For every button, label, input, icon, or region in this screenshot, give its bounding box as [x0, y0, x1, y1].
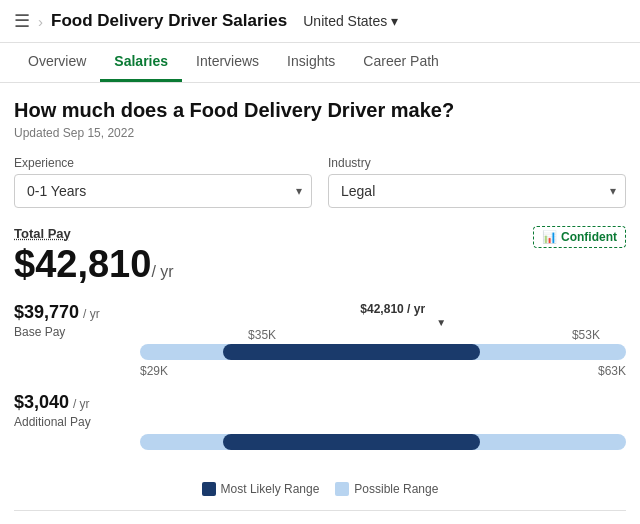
industry-filter: Industry Legal Technology Finance Health… — [328, 156, 626, 208]
base-pay-unit: / yr — [83, 307, 100, 321]
section-divider — [14, 510, 626, 511]
tab-overview[interactable]: Overview — [14, 43, 100, 82]
main-content: How much does a Food Delivery Driver mak… — [0, 83, 640, 524]
tab-interviews[interactable]: Interviews — [182, 43, 273, 82]
base-pay-amount: $39,770 — [14, 302, 79, 322]
tab-salaries[interactable]: Salaries — [100, 43, 182, 82]
additional-pay-amount: $3,040 — [14, 392, 69, 412]
possible-legend: Possible Range — [335, 482, 438, 496]
industry-select-wrapper: Legal Technology Finance Healthcare ▾ — [328, 174, 626, 208]
additional-pay-unit: / yr — [73, 397, 90, 411]
header-chevron: › — [38, 13, 43, 30]
base-pay-info: $39,770 / yr Base Pay — [14, 302, 124, 339]
additional-most-likely-bar — [223, 434, 481, 450]
range-bottom-right: $63K — [598, 364, 626, 378]
industry-label: Industry — [328, 156, 626, 170]
total-salary-display: Total Pay $42,810/ yr — [14, 226, 174, 286]
total-salary-unit: / yr — [151, 263, 173, 280]
location-selector[interactable]: United States ▾ — [303, 13, 398, 29]
median-arrow-icon: ▼ — [436, 317, 446, 328]
confident-chart-icon: 📊 — [542, 230, 557, 244]
median-label: $42,810 / yr — [360, 302, 425, 316]
industry-select[interactable]: Legal Technology Finance Healthcare — [328, 174, 626, 208]
most-likely-legend-label: Most Likely Range — [221, 482, 320, 496]
most-likely-legend: Most Likely Range — [202, 482, 320, 496]
page-heading: How much does a Food Delivery Driver mak… — [14, 99, 626, 122]
experience-select[interactable]: 0-1 Years 2-4 Years 5-7 Years 8+ Years — [14, 174, 312, 208]
chart-legend: Most Likely Range Possible Range — [14, 482, 626, 496]
header: ☰ › Food Delivery Driver Salaries United… — [0, 0, 640, 43]
range-top-right: $53K — [572, 328, 600, 342]
top-range-labels: $35K $53K — [140, 328, 626, 342]
additional-pay-label: Additional Pay — [14, 415, 124, 429]
confident-label: Confident — [561, 230, 617, 244]
range-top-left: $35K — [248, 328, 276, 342]
menu-icon[interactable]: ☰ — [14, 10, 30, 32]
base-pay-label: Base Pay — [14, 325, 124, 339]
additional-pay-row: $3,040 / yr Additional Pay $35K$53K $29K… — [14, 392, 626, 468]
location-arrow-icon: ▾ — [391, 13, 398, 29]
total-salary-value: $42,810 — [14, 243, 151, 285]
bottom-range-labels: $29K $63K — [140, 364, 626, 378]
additional-pay-info: $3,040 / yr Additional Pay — [14, 392, 124, 429]
most-likely-bar — [223, 344, 481, 360]
experience-label: Experience — [14, 156, 312, 170]
filter-row: Experience 0-1 Years 2-4 Years 5-7 Years… — [14, 156, 626, 208]
possible-legend-label: Possible Range — [354, 482, 438, 496]
total-pay-label: Total Pay — [14, 226, 174, 241]
tab-career-path[interactable]: Career Path — [349, 43, 452, 82]
possible-legend-box — [335, 482, 349, 496]
median-marker-row: $42,810 / yr ▼ — [140, 302, 626, 328]
updated-date: Updated Sep 15, 2022 — [14, 126, 626, 140]
additional-salary-bar — [140, 434, 626, 450]
tab-insights[interactable]: Insights — [273, 43, 349, 82]
base-pay-chart: $42,810 / yr ▼ $35K $53K $29K $63K — [140, 302, 626, 378]
experience-select-wrapper: 0-1 Years 2-4 Years 5-7 Years 8+ Years ▾ — [14, 174, 312, 208]
additional-pay-chart: $35K$53K $29K$63K — [140, 392, 626, 468]
most-likely-legend-box — [202, 482, 216, 496]
base-pay-row: $39,770 / yr Base Pay $42,810 / yr ▼ $35… — [14, 302, 626, 378]
range-bottom-left: $29K — [140, 364, 168, 378]
experience-filter: Experience 0-1 Years 2-4 Years 5-7 Years… — [14, 156, 312, 208]
page-title: Food Delivery Driver Salaries — [51, 11, 287, 31]
nav-tabs: Overview Salaries Interviews Insights Ca… — [0, 43, 640, 83]
salary-bar — [140, 344, 626, 360]
salary-section: Total Pay $42,810/ yr 📊 Confident — [14, 226, 626, 286]
confident-badge: 📊 Confident — [533, 226, 626, 248]
